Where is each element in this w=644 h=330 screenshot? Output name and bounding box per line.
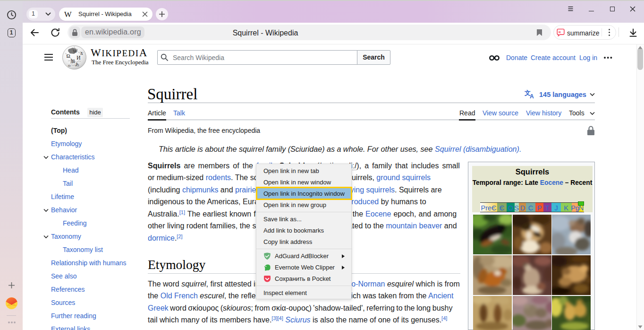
svg-text:A: A	[530, 93, 534, 98]
svg-text:Ω: Ω	[67, 53, 70, 59]
svg-text:ɷ: ɷ	[68, 63, 70, 68]
svg-text:あ: あ	[75, 62, 79, 67]
svg-text:Δ: Δ	[80, 52, 83, 56]
svg-text:W: W	[73, 49, 77, 54]
svg-text:加: 加	[70, 59, 75, 64]
svg-text:«: «	[559, 29, 561, 35]
